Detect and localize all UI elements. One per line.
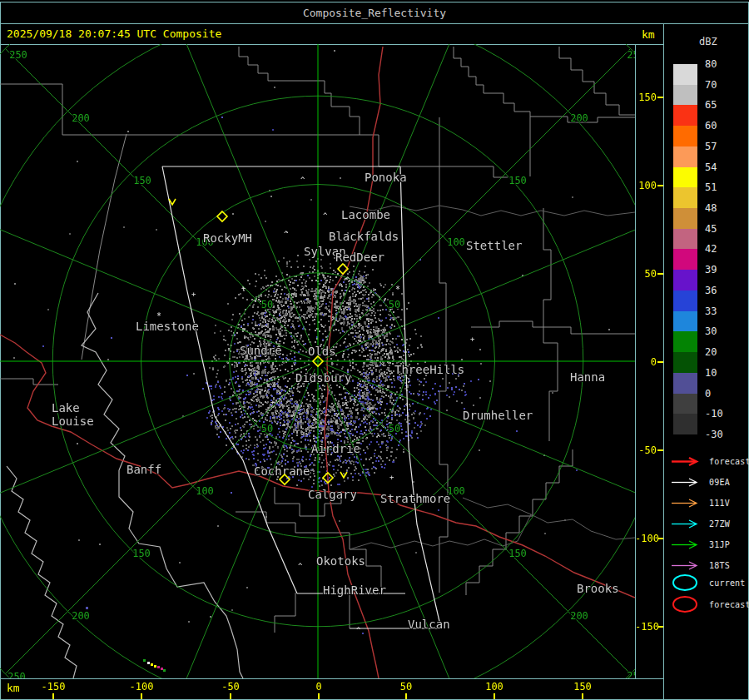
colorbar-swatch-label: 0 (705, 388, 738, 400)
range-ring-label: 150 (508, 175, 527, 186)
colorbar-swatch (673, 208, 697, 229)
city-label-rockymh: RockyMH (203, 231, 252, 245)
legend-row-111V: 111V (671, 497, 730, 509)
city-label-lacombe: Lacombe (341, 208, 390, 221)
colorbar-swatch (673, 352, 697, 373)
legend-row-forecast-ellipse: forecast (671, 598, 749, 610)
asterisk-marker-icon: * (395, 285, 400, 294)
colorbar-swatch-label: 54 (705, 161, 738, 173)
bottom-axis-tick-mark (582, 693, 583, 699)
peak-marker-icon: ^ (323, 211, 328, 220)
colorbar-swatch (673, 187, 697, 208)
city-label-okotoks: Okotoks (316, 554, 365, 568)
track-arrow-icon (671, 519, 704, 529)
right-axis-tick-label: 0 (635, 356, 657, 368)
colorbar-swatch (673, 249, 697, 270)
check-marker-icon (340, 472, 347, 478)
track-ellipse-icon (671, 573, 704, 592)
right-axis-tick-label: 50 (635, 268, 657, 280)
colorbar-swatch-label: 45 (705, 223, 738, 235)
city-label-calgary: Calgary (308, 488, 357, 501)
plus-marker-icon: + (191, 290, 196, 298)
city-label-blackfalds: Blackfalds (329, 230, 399, 243)
window-title: Composite_Reflectivity (303, 7, 446, 19)
legend-label: 31JP (709, 540, 730, 549)
city-label-cochrane: Cochrane (254, 464, 310, 478)
radar-map[interactable]: 5050505010010010010015015015015020020020… (0, 44, 635, 678)
legend-row-09EA: 09EA (671, 476, 730, 488)
city-label-stettler: Stettler (466, 239, 522, 252)
bottom-axis-tick-label: -150 (42, 681, 66, 693)
range-ring-label: 250 (7, 671, 26, 678)
range-ring-label: 200 (570, 112, 588, 124)
city-label-airdrie: Airdrie (311, 442, 360, 455)
bottom-axis-tick-label: 50 (400, 681, 412, 693)
bottom-axis-tick-label: 100 (485, 681, 503, 693)
colorbar-swatch (673, 167, 697, 188)
colorbar-swatch (673, 64, 697, 85)
colorbar-swatch-label: 48 (705, 202, 738, 214)
bottom-axis-tick-mark (52, 693, 54, 699)
range-ring-label: 50 (261, 299, 273, 310)
colorbar-swatch-label: 65 (705, 99, 738, 111)
colorbar-swatch (673, 394, 697, 415)
colorbar-swatch (673, 126, 697, 146)
track-arrow-icon (671, 560, 704, 571)
title-bar: Composite_Reflectivity (0, 2, 749, 24)
range-ring-label: 250 (9, 49, 27, 61)
peak-marker-icon: ^ (284, 230, 289, 238)
legend-row-27ZW: 27ZW (671, 518, 730, 529)
city-label-highriver: HighRiver (323, 583, 386, 597)
legend-label: forecast (709, 457, 749, 466)
range-ring-label: 250 (627, 49, 635, 61)
bottom-axis-tick-label: -100 (130, 681, 154, 693)
range-ring-label: 100 (196, 485, 214, 497)
range-ring-label: 200 (72, 610, 90, 622)
track-arrow-icon (671, 456, 704, 467)
city-label-sundre: Sundre (240, 344, 282, 357)
right-axis-tick-mark (657, 538, 663, 539)
colorbar-swatch (673, 105, 697, 126)
right-axis-tick-label: 150 (635, 92, 657, 103)
right-axis-tick-mark (657, 273, 663, 275)
colorbar-swatch (673, 311, 697, 332)
peak-marker-icon: ^ (300, 176, 305, 184)
radar-window: Composite_Reflectivity 2025/09/18 20:07:… (0, 0, 749, 700)
peak-marker-icon: ^ (356, 626, 361, 634)
track-arrow-icon (671, 498, 704, 509)
peak-marker-icon: ^ (318, 386, 323, 395)
range-ring-label: 200 (570, 610, 588, 622)
city-label-brooks: Brooks (577, 582, 619, 595)
range-ring-label: 50 (389, 299, 400, 310)
colorbar-swatch-label: 20 (705, 346, 738, 358)
legend-label: 27ZW (709, 519, 730, 529)
city-label-olds: Olds (308, 345, 336, 358)
colorbar-swatch-label: 51 (705, 181, 738, 193)
right-axis-tick-label: 100 (635, 180, 657, 191)
legend-row-current-ellipse: current (671, 577, 746, 588)
colorbar-swatch (673, 270, 697, 290)
range-ring-label: 100 (447, 236, 465, 248)
map-overlay-layer: 5050505010010010010015015015015020020020… (0, 44, 635, 678)
colorbar-swatch (673, 290, 697, 311)
colorbar-swatch (673, 229, 697, 250)
colorbar-swatch-label: 42 (705, 243, 738, 255)
city-label-louise: Louise (52, 415, 94, 428)
right-axis-tick-label: -50 (635, 444, 657, 456)
colorbar-swatch (673, 373, 697, 394)
right-axis-tick-mark (657, 626, 663, 628)
city-label-hanna: Hanna (570, 370, 605, 384)
colorbar-title: dBZ (699, 36, 717, 47)
range-ring-label: 200 (72, 112, 90, 124)
bottom-axis-tick-mark (230, 693, 231, 699)
bottom-axis-tick-label: -50 (221, 681, 240, 693)
city-label-drumheller: Drumheller (463, 409, 533, 422)
city-label-threehills: ThreeHills (394, 363, 464, 376)
city-label-lake: Lake (52, 401, 80, 415)
bottom-axis-tick-mark (318, 693, 320, 699)
colorbar-swatch (673, 414, 697, 434)
colorbar-swatch-label: 39 (705, 264, 738, 276)
track-ellipse-icon (671, 595, 704, 613)
bottom-axis-tick-label: 150 (573, 681, 592, 693)
range-ring-label: 150 (508, 548, 527, 559)
